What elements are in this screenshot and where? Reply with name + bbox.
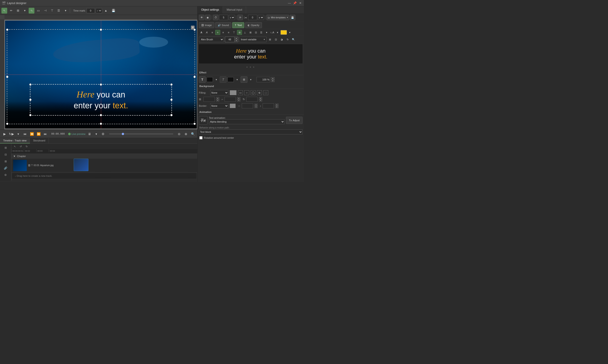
- bg-x-up[interactable]: ▲: [216, 97, 219, 99]
- timeline-btn-3[interactable]: ↻: [24, 144, 29, 149]
- border-size1-up[interactable]: ▲: [254, 104, 258, 106]
- effect-text-btn-1[interactable]: T: [199, 76, 206, 83]
- list-format-button[interactable]: ☰: [259, 30, 264, 35]
- play-dropdown-button[interactable]: ▾: [15, 131, 21, 137]
- bg-x-down[interactable]: ▼: [216, 99, 219, 102]
- zoom-in-button[interactable]: ⊕: [183, 131, 189, 137]
- rotation-checkbox[interactable]: [199, 136, 202, 139]
- obj-delay-button[interactable]: ⟳: [238, 15, 243, 20]
- shape-paste-btn[interactable]: ⬚: [263, 90, 268, 95]
- timeline-tool-4[interactable]: 🔗: [2, 165, 9, 171]
- effect-color-box-1[interactable]: [207, 77, 213, 82]
- effect-percent-up[interactable]: ▲: [271, 77, 275, 79]
- settings-play-button[interactable]: ⚙: [100, 131, 106, 137]
- bg-rotate-input[interactable]: 0 %: [246, 97, 258, 102]
- bold-button[interactable]: A: [199, 30, 204, 35]
- sort-dropdown-button[interactable]: ▾: [275, 30, 280, 35]
- shape-ellipse-btn[interactable]: ◯: [251, 90, 256, 95]
- effect-type-dropdown[interactable]: ▾: [248, 77, 253, 82]
- text-handle-bc[interactable]: [100, 114, 102, 116]
- mini-templates-button[interactable]: 🗂 Mini-templates ▾: [266, 15, 289, 20]
- list-dropdown-fmt-button[interactable]: ▾: [264, 30, 269, 35]
- justify-button[interactable]: ≡: [226, 30, 231, 35]
- obj-view-button[interactable]: 👁: [199, 15, 204, 20]
- image-tab[interactable]: 🖼 Image: [199, 22, 214, 28]
- stepper-up-button[interactable]: ▲: [103, 8, 109, 13]
- table-grid-button[interactable]: ⊞: [267, 37, 272, 42]
- step-forward-button[interactable]: ⏩: [36, 131, 41, 137]
- timeline-tool-2[interactable]: ⊟: [2, 151, 9, 158]
- obj-time-unit-select[interactable]: s: [229, 15, 235, 20]
- save-button[interactable]: 💾: [111, 8, 117, 13]
- grid-dropdown-button[interactable]: ▾: [22, 8, 28, 13]
- bg-color-box[interactable]: [230, 90, 237, 95]
- search-button[interactable]: 🔍: [190, 131, 196, 137]
- align-left-button[interactable]: ≡: [210, 30, 215, 35]
- track-row[interactable]: 🖼 T 00:05 Aquarium.jpg: [11, 159, 197, 172]
- obj-time-input[interactable]: 5: [219, 15, 228, 20]
- effect-text-btn-2[interactable]: T: [220, 76, 226, 83]
- border-color-box[interactable]: [230, 104, 236, 108]
- preview-canvas[interactable]: ⚙ Here you can: [4, 20, 197, 129]
- rotate-button[interactable]: ↻: [285, 37, 290, 42]
- timeline-track-view-tab[interactable]: Timeline - Track view: [0, 138, 30, 143]
- grid-button[interactable]: ⊞: [15, 8, 21, 13]
- font-size-up-button[interactable]: ▲: [235, 37, 238, 39]
- draw-tool-button[interactable]: ✏: [8, 8, 14, 13]
- timeline-btn-1[interactable]: ↖: [12, 144, 17, 149]
- sort-button[interactable]: ↑↓A: [270, 30, 275, 35]
- obj-clock-button[interactable]: ⏱: [213, 15, 218, 20]
- obj-delay-unit-select[interactable]: s: [258, 15, 264, 20]
- view-mode-button[interactable]: 🖥: [87, 131, 92, 137]
- save-template-button[interactable]: 💾: [290, 15, 295, 20]
- border-size2-down[interactable]: ▼: [275, 106, 278, 108]
- crop-h-button[interactable]: ⊣: [42, 8, 48, 13]
- filling-select[interactable]: None: [210, 90, 228, 95]
- opacity-tab[interactable]: ◐ Opacity: [245, 22, 262, 28]
- text-handle-ml[interactable]: [29, 99, 31, 101]
- list-dropdown-button[interactable]: ▾: [63, 8, 68, 13]
- text-handle-br[interactable]: [170, 114, 172, 116]
- manual-input-tab[interactable]: Manual input: [223, 6, 246, 13]
- search-text-button[interactable]: 🔍: [291, 37, 296, 42]
- obj-eye-button[interactable]: ◉: [205, 15, 211, 20]
- object-settings-tab[interactable]: Object settings: [198, 6, 223, 13]
- timeline-clip[interactable]: [74, 159, 88, 171]
- bg-rotate-down[interactable]: ▼: [259, 99, 262, 102]
- italic-button[interactable]: A: [204, 30, 209, 35]
- list-button[interactable]: ☰: [56, 8, 62, 13]
- bg-x-input[interactable]: 2 %: [203, 97, 215, 102]
- bg-y-input[interactable]: 4 %: [225, 97, 236, 102]
- time-mark-input[interactable]: 0: [87, 8, 95, 13]
- align-bottom-button[interactable]: ⊥: [242, 30, 247, 35]
- bg-rotate-up[interactable]: ▲: [259, 97, 262, 99]
- font-size-input[interactable]: 48: [225, 37, 235, 42]
- effect-color-box-2[interactable]: [227, 77, 234, 82]
- timeline-tool-5[interactable]: ⚙: [2, 172, 9, 178]
- text-wrap-button[interactable]: ⊡: [273, 37, 278, 42]
- align-middle-button[interactable]: ⊞: [237, 30, 242, 35]
- color-dropdown-button[interactable]: ▾: [287, 30, 292, 35]
- skip-back-button[interactable]: ⏮: [22, 131, 28, 137]
- sound-tab[interactable]: 🔊 Sound: [215, 22, 232, 28]
- text-preview-area[interactable]: Here you can enter your text.: [199, 44, 303, 64]
- timeline-tool-3[interactable]: ⊠: [2, 158, 9, 165]
- zoom-out-button[interactable]: ⊖: [176, 131, 182, 137]
- shape-circle-btn[interactable]: ○: [244, 90, 249, 95]
- insert-variable-button[interactable]: Insert variable ▾: [239, 37, 266, 42]
- timeline-btn-2[interactable]: ↺: [18, 144, 23, 149]
- shape-copy-btn[interactable]: ⧉: [257, 90, 262, 95]
- close-button[interactable]: ✕: [298, 1, 302, 5]
- border-size-input-2[interactable]: 1 %: [263, 103, 274, 108]
- more-dots[interactable]: • • •: [198, 64, 304, 70]
- effect-percent-down[interactable]: ▼: [271, 79, 275, 82]
- adjust-button[interactable]: Tx Adjust: [286, 117, 303, 124]
- effect-color-dropdown-2[interactable]: ▾: [235, 77, 240, 82]
- contrast-button[interactable]: ◑: [279, 37, 284, 42]
- storyboard-tab[interactable]: Storyboard: [30, 138, 49, 143]
- text-overlay-box[interactable]: Here you can enter your text.: [30, 84, 172, 116]
- align-right-button[interactable]: ≡: [221, 30, 226, 35]
- step-back-button[interactable]: ⏪: [29, 131, 34, 137]
- live-preview-button[interactable]: ⬤ Live preview: [68, 132, 85, 135]
- text-animation-select[interactable]: Alpha blending: [209, 119, 285, 124]
